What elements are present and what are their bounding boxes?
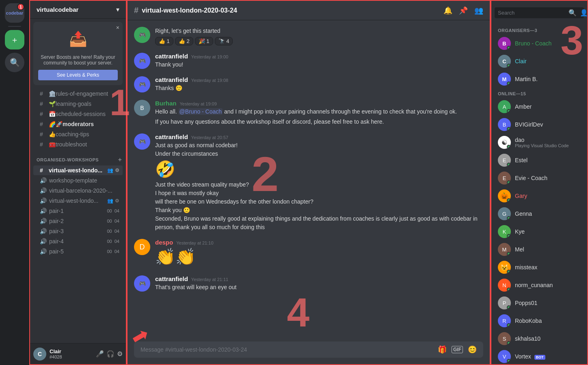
add-channel-icon[interactable]: ＋ xyxy=(117,156,123,163)
emoji-icon[interactable]: 😊 xyxy=(468,345,477,354)
reaction[interactable]: 🎉 1 xyxy=(195,37,213,45)
member-item-skhalsa[interactable]: S skhalsa10 xyxy=(495,330,584,348)
footer-actions: 🎤 🎧 ⚙ xyxy=(96,350,123,358)
member-item-clair[interactable]: C Clair xyxy=(495,52,584,70)
see-levels-perks-button[interactable]: See Levels & Perks xyxy=(38,70,118,80)
channel-name: 🌈🚀moderators xyxy=(49,121,119,127)
search-bar[interactable]: 🔍 👤 ❓ xyxy=(495,7,584,18)
server-header[interactable]: virtualcodebar ▾ xyxy=(30,1,126,19)
microphone-icon[interactable]: 🎤 xyxy=(96,350,104,358)
search-icon[interactable]: 🔍 xyxy=(569,9,577,17)
people-icon[interactable]: 👥 xyxy=(107,167,113,173)
message-header: cattranfield Yesterday at 19:00 xyxy=(155,53,483,60)
member-item-martin[interactable]: M Martin B. xyxy=(495,70,584,88)
message-username: cattranfield xyxy=(155,133,188,140)
member-avatar: E xyxy=(498,172,511,185)
message-input[interactable] xyxy=(141,341,435,358)
hash-icon: # xyxy=(40,131,46,137)
member-item-evie[interactable]: E Evie - Coach xyxy=(495,169,584,187)
member-item-genna[interactable]: G Genna xyxy=(495,205,584,223)
member-item-bvi[interactable]: B BVIGirlDev xyxy=(495,116,584,133)
promo-close-button[interactable]: × xyxy=(116,24,119,31)
member-item-vortex[interactable]: V Vortex BOT xyxy=(495,348,584,365)
discover-servers-icon[interactable]: 🔍 xyxy=(5,53,24,72)
channel-item-pair-4[interactable]: 🔊 pair-4 00 04 xyxy=(33,236,123,246)
members-icon[interactable]: 👥 xyxy=(474,6,483,15)
reaction[interactable]: 👍 2 xyxy=(175,37,193,45)
server-icon-virtualcodebar[interactable]: codebar 1 xyxy=(5,3,24,23)
profile-icon[interactable]: 👤 xyxy=(580,9,588,17)
gift-icon[interactable]: 🎁 xyxy=(438,345,447,354)
bell-icon[interactable]: 🔔 xyxy=(443,6,452,15)
settings-icon[interactable]: ⚙ xyxy=(117,350,123,358)
message-avatar: B xyxy=(134,100,150,116)
gif-icon[interactable]: GIF xyxy=(452,346,463,353)
message-group: 🎮 Right, let's get this started 👍 1 👍 2 … xyxy=(134,27,483,45)
reaction[interactable]: 🔭 4 xyxy=(215,37,233,45)
member-item-mel[interactable]: M Mel xyxy=(495,240,584,258)
channel-item-virtual-west-london[interactable]: # virtual-west-londo... 👥 ⚙ xyxy=(33,165,123,175)
channel-item-workshop-template[interactable]: 🔊 workshop-template xyxy=(33,176,123,185)
organised-workshops-section[interactable]: ORGANISED-WORKSHOPS ＋ xyxy=(30,150,126,165)
member-name: Kye xyxy=(515,228,581,235)
member-item-amber[interactable]: A Amber xyxy=(495,98,584,116)
speaker-icon: 🔊 xyxy=(40,228,47,234)
promo-image: 📤 xyxy=(62,27,94,51)
message-content: cattranfield Yesterday at 19:08 Thanks 🙂 xyxy=(155,76,483,92)
channel-name: 📅scheduled-sessions xyxy=(49,111,119,117)
member-name: Popps01 xyxy=(515,300,581,306)
channel-item-pair-3[interactable]: 🔊 pair-3 00 04 xyxy=(33,226,123,236)
message-text: If you have any questions about the work… xyxy=(155,118,483,126)
message-header: cattranfield Yesterday at 20:57 xyxy=(155,133,483,140)
channel-actions: 👥 ⚙ xyxy=(107,167,119,173)
member-item-missteax[interactable]: 😺 missteax xyxy=(495,258,584,276)
member-item-norm[interactable]: N norm_cunanan xyxy=(495,276,584,294)
member-item-gary[interactable]: 🎃 Gary xyxy=(495,187,584,205)
message-text: Thanks 🙂 xyxy=(155,84,483,92)
member-item-robokoba[interactable]: R RoboKoba xyxy=(495,312,584,330)
people-icon[interactable]: 👥 xyxy=(107,198,113,204)
gear-icon[interactable]: ⚙ xyxy=(115,198,119,204)
hash-icon: # xyxy=(40,141,46,148)
member-item-popps[interactable]: P Popps01 xyxy=(495,294,584,312)
channel-item-moderators[interactable]: # 🌈🚀moderators xyxy=(33,119,123,129)
member-item-dao[interactable]: ☯ dao Playing Visual Studio Code xyxy=(495,133,584,151)
channel-name: pair-2 xyxy=(49,218,104,224)
reaction[interactable]: 👍 1 xyxy=(155,37,173,45)
member-name: Clair xyxy=(515,58,581,64)
user-tag: #4028 xyxy=(50,354,93,359)
channel-item-troubleshoot[interactable]: # 🧰troubleshoot xyxy=(33,140,123,149)
headset-icon[interactable]: 🎧 xyxy=(106,350,115,358)
channel-item-scheduled[interactable]: # 📅scheduled-sessions xyxy=(33,109,123,119)
user-info: Clair #4028 xyxy=(50,348,93,359)
search-input[interactable] xyxy=(498,10,566,16)
channel-item-virtual-barcelona[interactable]: 🔊 virtual-barcelona-2020-... xyxy=(33,186,123,195)
message-username: cattranfield xyxy=(155,76,188,83)
message-content: cattranfield Yesterday at 21:11 That's g… xyxy=(155,275,483,292)
message-text: Under the circumstances xyxy=(155,150,483,158)
member-item-estel[interactable]: E Estel xyxy=(495,151,584,169)
channel-item-pair-1[interactable]: 🔊 pair-1 00 04 xyxy=(33,206,123,216)
channel-name: 👍coaching-tips xyxy=(49,131,119,137)
member-avatar: 😺 xyxy=(498,261,511,274)
channel-item-virtual-west-london-2[interactable]: 🔊 virtual-west-londo... 👥 ⚙ xyxy=(33,196,123,206)
online-indicator xyxy=(507,64,511,68)
icon-bar: codebar 1 ＋ 🔍 xyxy=(0,0,29,365)
member-name: Genna xyxy=(515,210,581,217)
message-avatar: D xyxy=(134,239,150,255)
gear-icon[interactable]: ⚙ xyxy=(115,167,119,173)
channel-item-coaching[interactable]: # 👍coaching-tips xyxy=(33,129,123,139)
channel-item-pair-5[interactable]: 🔊 pair-5 00 04 xyxy=(33,247,123,256)
add-server-icon[interactable]: ＋ xyxy=(5,30,24,49)
channel-item-pair-2[interactable]: 🔊 pair-2 00 04 xyxy=(33,216,123,226)
member-item-kye[interactable]: K Kye xyxy=(495,223,584,240)
channel-item-learning[interactable]: # 🌱learning-goals xyxy=(33,99,123,109)
member-avatar: V xyxy=(498,350,511,363)
message-content: Burhan Yesterday at 19:09 Hello all. @Br… xyxy=(155,100,483,126)
member-avatar: 🎃 xyxy=(498,189,511,202)
hash-icon: # xyxy=(40,111,46,117)
message-group: 🎮 cattranfield Yesterday at 19:08 Thanks… xyxy=(134,76,483,92)
channel-item-rules[interactable]: # 🏛️rules-of-engagement xyxy=(33,89,123,99)
pin-icon[interactable]: 📌 xyxy=(459,6,468,15)
member-item-bruno[interactable]: B Bruno - Coach xyxy=(495,34,584,52)
